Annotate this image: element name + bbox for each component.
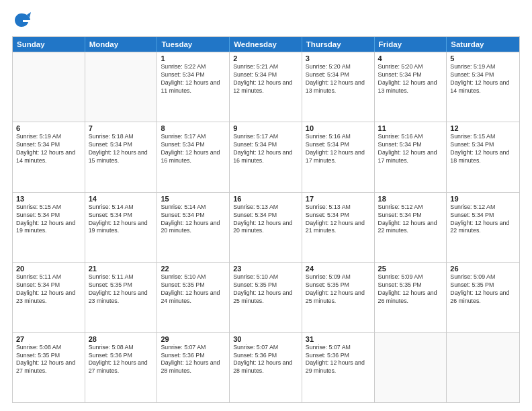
day-number: 11 (378, 124, 443, 132)
calendar-cell: 29Sunrise: 5:07 AM Sunset: 5:36 PM Dayli… (157, 333, 230, 402)
cell-info: Sunrise: 5:13 AM Sunset: 5:34 PM Dayligh… (306, 203, 371, 236)
calendar-cell: 21Sunrise: 5:11 AM Sunset: 5:35 PM Dayli… (85, 263, 158, 332)
day-number: 29 (161, 335, 226, 343)
calendar-cell: 8Sunrise: 5:17 AM Sunset: 5:34 PM Daylig… (157, 122, 230, 191)
cell-info: Sunrise: 5:20 AM Sunset: 5:34 PM Dayligh… (306, 63, 371, 95)
calendar-cell: 28Sunrise: 5:08 AM Sunset: 5:36 PM Dayli… (85, 333, 158, 402)
cell-info: Sunrise: 5:18 AM Sunset: 5:34 PM Dayligh… (89, 133, 154, 165)
calendar-cell: 19Sunrise: 5:12 AM Sunset: 5:34 PM Dayli… (447, 193, 519, 262)
calendar-header: SundayMondayTuesdayWednesdayThursdayFrid… (13, 37, 519, 52)
calendar-cell: 17Sunrise: 5:13 AM Sunset: 5:34 PM Dayli… (302, 193, 375, 262)
day-number: 28 (89, 335, 154, 343)
cell-info: Sunrise: 5:10 AM Sunset: 5:35 PM Dayligh… (233, 273, 298, 306)
cell-info: Sunrise: 5:08 AM Sunset: 5:36 PM Dayligh… (89, 344, 154, 376)
cell-info: Sunrise: 5:09 AM Sunset: 5:35 PM Dayligh… (378, 273, 443, 306)
weekday-header: Thursday (302, 37, 375, 52)
cell-info: Sunrise: 5:09 AM Sunset: 5:35 PM Dayligh… (306, 273, 371, 306)
header (12, 11, 520, 30)
calendar-cell: 9Sunrise: 5:17 AM Sunset: 5:34 PM Daylig… (230, 122, 302, 191)
cell-info: Sunrise: 5:11 AM Sunset: 5:34 PM Dayligh… (16, 273, 81, 306)
weekday-header: Sunday (13, 37, 85, 52)
day-number: 9 (233, 124, 298, 132)
calendar-cell: 12Sunrise: 5:15 AM Sunset: 5:34 PM Dayli… (447, 122, 519, 191)
cell-info: Sunrise: 5:20 AM Sunset: 5:34 PM Dayligh… (378, 63, 443, 95)
calendar-body: 1Sunrise: 5:22 AM Sunset: 5:34 PM Daylig… (13, 52, 519, 402)
day-number: 24 (306, 265, 371, 273)
calendar-cell (85, 52, 158, 122)
calendar-cell: 13Sunrise: 5:15 AM Sunset: 5:34 PM Dayli… (13, 193, 85, 262)
calendar-row: 6Sunrise: 5:19 AM Sunset: 5:34 PM Daylig… (13, 122, 519, 191)
weekday-header: Saturday (447, 37, 519, 52)
calendar-cell: 22Sunrise: 5:10 AM Sunset: 5:35 PM Dayli… (157, 263, 230, 332)
cell-info: Sunrise: 5:19 AM Sunset: 5:34 PM Dayligh… (450, 63, 516, 95)
day-number: 18 (378, 195, 443, 203)
day-number: 21 (89, 265, 154, 273)
day-number: 16 (233, 195, 298, 203)
calendar-cell (375, 333, 447, 402)
calendar-cell: 25Sunrise: 5:09 AM Sunset: 5:35 PM Dayli… (375, 263, 447, 332)
cell-info: Sunrise: 5:12 AM Sunset: 5:34 PM Dayligh… (450, 203, 516, 236)
calendar-row: 20Sunrise: 5:11 AM Sunset: 5:34 PM Dayli… (13, 262, 519, 332)
calendar-cell (447, 333, 519, 402)
day-number: 2 (233, 54, 298, 62)
calendar-row: 27Sunrise: 5:08 AM Sunset: 5:35 PM Dayli… (13, 332, 519, 402)
day-number: 13 (16, 195, 81, 203)
day-number: 22 (161, 265, 226, 273)
cell-info: Sunrise: 5:16 AM Sunset: 5:34 PM Dayligh… (378, 133, 443, 165)
calendar-row: 13Sunrise: 5:15 AM Sunset: 5:34 PM Dayli… (13, 192, 519, 262)
day-number: 7 (89, 124, 154, 132)
cell-info: Sunrise: 5:17 AM Sunset: 5:34 PM Dayligh… (233, 133, 298, 165)
day-number: 17 (306, 195, 371, 203)
calendar-cell: 18Sunrise: 5:12 AM Sunset: 5:34 PM Dayli… (375, 193, 447, 262)
weekday-header: Tuesday (157, 37, 230, 52)
calendar-cell: 7Sunrise: 5:18 AM Sunset: 5:34 PM Daylig… (85, 122, 158, 191)
cell-info: Sunrise: 5:15 AM Sunset: 5:34 PM Dayligh… (450, 133, 516, 165)
calendar-cell: 14Sunrise: 5:14 AM Sunset: 5:34 PM Dayli… (85, 193, 158, 262)
cell-info: Sunrise: 5:07 AM Sunset: 5:36 PM Dayligh… (233, 344, 298, 376)
cell-info: Sunrise: 5:12 AM Sunset: 5:34 PM Dayligh… (378, 203, 443, 236)
calendar-cell: 31Sunrise: 5:07 AM Sunset: 5:36 PM Dayli… (302, 333, 375, 402)
day-number: 3 (306, 54, 371, 62)
cell-info: Sunrise: 5:09 AM Sunset: 5:35 PM Dayligh… (450, 273, 516, 306)
cell-info: Sunrise: 5:11 AM Sunset: 5:35 PM Dayligh… (89, 273, 154, 306)
day-number: 25 (378, 265, 443, 273)
calendar-cell: 24Sunrise: 5:09 AM Sunset: 5:35 PM Dayli… (302, 263, 375, 332)
calendar-cell: 6Sunrise: 5:19 AM Sunset: 5:34 PM Daylig… (13, 122, 85, 191)
cell-info: Sunrise: 5:10 AM Sunset: 5:35 PM Dayligh… (161, 273, 226, 306)
day-number: 6 (16, 124, 81, 132)
calendar-cell: 11Sunrise: 5:16 AM Sunset: 5:34 PM Dayli… (375, 122, 447, 191)
day-number: 15 (161, 195, 226, 203)
cell-info: Sunrise: 5:14 AM Sunset: 5:34 PM Dayligh… (161, 203, 226, 236)
calendar-cell: 20Sunrise: 5:11 AM Sunset: 5:34 PM Dayli… (13, 263, 85, 332)
calendar-cell: 4Sunrise: 5:20 AM Sunset: 5:34 PM Daylig… (375, 52, 447, 122)
calendar-cell: 1Sunrise: 5:22 AM Sunset: 5:34 PM Daylig… (157, 52, 230, 122)
day-number: 12 (450, 124, 516, 132)
cell-info: Sunrise: 5:22 AM Sunset: 5:34 PM Dayligh… (161, 63, 226, 95)
calendar-cell: 27Sunrise: 5:08 AM Sunset: 5:35 PM Dayli… (13, 333, 85, 402)
calendar-cell: 2Sunrise: 5:21 AM Sunset: 5:34 PM Daylig… (230, 52, 302, 122)
calendar-cell: 23Sunrise: 5:10 AM Sunset: 5:35 PM Dayli… (230, 263, 302, 332)
calendar-cell: 30Sunrise: 5:07 AM Sunset: 5:36 PM Dayli… (230, 333, 302, 402)
cell-info: Sunrise: 5:21 AM Sunset: 5:34 PM Dayligh… (233, 63, 298, 95)
calendar-row: 1Sunrise: 5:22 AM Sunset: 5:34 PM Daylig… (13, 52, 519, 122)
weekday-header: Friday (375, 37, 447, 52)
logo (12, 11, 34, 30)
calendar-cell: 3Sunrise: 5:20 AM Sunset: 5:34 PM Daylig… (302, 52, 375, 122)
calendar-cell: 26Sunrise: 5:09 AM Sunset: 5:35 PM Dayli… (447, 263, 519, 332)
cell-info: Sunrise: 5:13 AM Sunset: 5:34 PM Dayligh… (233, 203, 298, 236)
day-number: 1 (161, 54, 226, 62)
calendar: SundayMondayTuesdayWednesdayThursdayFrid… (12, 36, 520, 403)
cell-info: Sunrise: 5:07 AM Sunset: 5:36 PM Dayligh… (306, 344, 371, 376)
day-number: 26 (450, 265, 516, 273)
day-number: 30 (233, 335, 298, 343)
day-number: 31 (306, 335, 371, 343)
weekday-header: Monday (85, 37, 158, 52)
weekday-header: Wednesday (230, 37, 302, 52)
cell-info: Sunrise: 5:17 AM Sunset: 5:34 PM Dayligh… (161, 133, 226, 165)
day-number: 4 (378, 54, 443, 62)
cell-info: Sunrise: 5:07 AM Sunset: 5:36 PM Dayligh… (161, 344, 226, 376)
day-number: 20 (16, 265, 81, 273)
day-number: 5 (450, 54, 516, 62)
day-number: 10 (306, 124, 371, 132)
day-number: 8 (161, 124, 226, 132)
